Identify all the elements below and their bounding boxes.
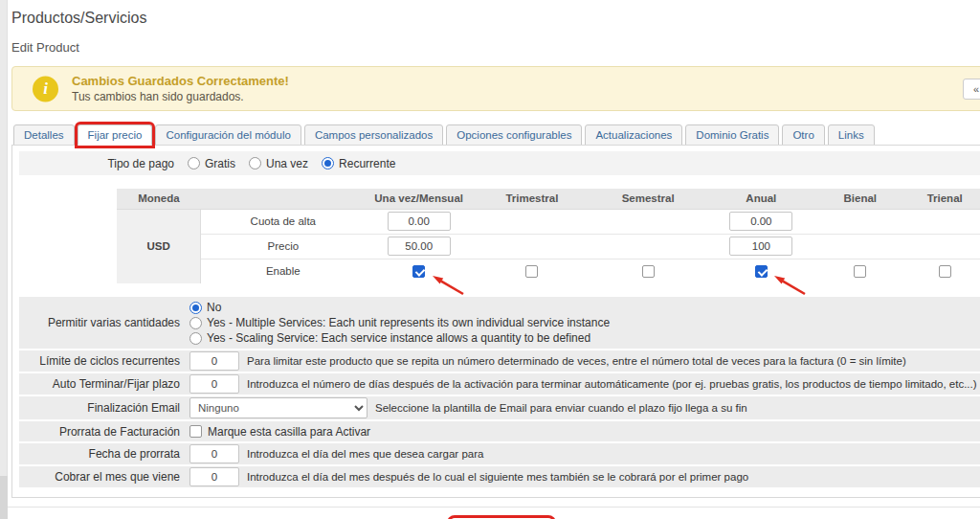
enable-checkbox-trienal[interactable]: [939, 265, 951, 278]
table-row-setup-fee: USD Cuota de alta: [117, 209, 980, 234]
row-label-precio: Precio: [201, 234, 365, 259]
empty-cell: [473, 209, 591, 234]
price-monthly-input[interactable]: [388, 237, 451, 256]
tab-dominio-gratis[interactable]: Dominio Gratis: [685, 124, 779, 146]
prorata-date-description: Introduzca el día del mes que desea carg…: [247, 448, 483, 460]
auto-terminate-row: Auto Terminar/Fijar plazo Introduzca el …: [19, 373, 980, 395]
enable-checkbox-semestral[interactable]: [642, 265, 655, 278]
quantity-option-scaling-service[interactable]: Yes - Scaling Service: Each service inst…: [189, 331, 610, 345]
empty-cell: [817, 209, 902, 234]
radio-label: Gratis: [205, 157, 235, 170]
pricing-header-row: Moneda Una vez/Mensual Trimestral Semest…: [117, 189, 980, 209]
termination-email-row: Finalización Email Ninguno Seleccione la…: [19, 396, 980, 419]
enable-checkbox-bienal[interactable]: [854, 265, 866, 278]
enable-checkbox-una-vez-mensual[interactable]: [412, 265, 425, 278]
currency-cell: USD: [117, 209, 201, 283]
tab-campos-personalizados[interactable]: Campos personalizados: [304, 124, 443, 146]
empty-cell: [902, 234, 980, 259]
page-left-gutter-bottom: [0, 476, 8, 519]
tab-configuracion-del-modulo[interactable]: Configuración del módulo: [155, 124, 301, 146]
setup-fee-annual-input[interactable]: [729, 212, 792, 231]
quantity-label: Permitir varias cantidades: [19, 316, 189, 329]
recurring-limit-input[interactable]: [189, 351, 239, 371]
radio-icon: [249, 157, 261, 169]
column-header-trienal: Trienal: [902, 189, 980, 209]
radio-label: Yes - Scaling Service: Each service inst…: [207, 331, 590, 345]
prorata-billing-row: Prorrata de Facturación Marque esta casi…: [19, 421, 980, 441]
prorata-billing-checkbox-label: Marque esta casilla para Activar: [208, 425, 370, 439]
empty-cell: [591, 209, 705, 234]
tab-otro[interactable]: Otro: [782, 124, 824, 146]
back-button[interactable]: « R: [963, 79, 980, 100]
payment-type-row: Tipo de pago Gratis Una vez Recurrente: [19, 151, 980, 175]
info-icon: i: [33, 76, 58, 102]
empty-cell: [473, 234, 591, 259]
radio-label: Recurrente: [339, 157, 395, 170]
termination-email-select[interactable]: Ninguno: [189, 397, 368, 418]
tab-fijar-precio[interactable]: Fijar precio: [78, 124, 153, 146]
prorata-date-label: Fecha de prorrata: [19, 447, 189, 461]
tab-detalles[interactable]: Detalles: [13, 124, 75, 146]
auto-terminate-label: Auto Terminar/Fijar plazo: [19, 377, 189, 391]
page-subtitle: Edit Product: [11, 40, 980, 55]
radio-label: Una vez: [266, 157, 308, 170]
table-row-price: Precio: [117, 234, 980, 259]
table-row-enable: Enable: [117, 259, 980, 283]
tab-opciones-configurables[interactable]: Opciones configurables: [446, 124, 582, 146]
column-header-bienal: Bienal: [817, 189, 902, 209]
termination-email-label: Finalización Email: [19, 401, 189, 415]
alert-message: Tus cambios han sido guardados.: [72, 90, 980, 103]
success-alert: i Cambios Guardados Correctamente! Tus c…: [11, 66, 980, 111]
payment-type-option-una-vez[interactable]: Una vez: [249, 157, 308, 170]
pricing-tab-panel: Tipo de pago Gratis Una vez Recurrente: [11, 145, 980, 498]
recurring-limit-row: Límite de ciclos recurrentes Para limita…: [19, 350, 980, 372]
prorata-date-input[interactable]: [189, 444, 239, 463]
enable-checkbox-trimestral[interactable]: [525, 265, 538, 278]
payment-type-label: Tipo de pago: [19, 157, 174, 170]
setup-fee-monthly-input[interactable]: [388, 212, 451, 231]
termination-email-description: Seleccione la plantilla de Email para en…: [375, 402, 747, 414]
enable-checkbox-anual[interactable]: [755, 265, 768, 278]
radio-icon: [188, 157, 200, 169]
empty-cell: [902, 209, 980, 234]
payment-type-option-recurrente[interactable]: Recurrente: [322, 157, 395, 170]
auto-terminate-input[interactable]: [189, 374, 239, 394]
recurring-limit-label: Límite de ciclos recurrentes: [19, 354, 189, 368]
column-header-trimestral: Trimestral: [473, 189, 591, 209]
radio-selected-icon: [322, 157, 334, 169]
quantity-option-multiple-services[interactable]: Yes - Multiple Services: Each unit repre…: [189, 316, 610, 329]
column-header-blank: [201, 189, 365, 209]
tab-links[interactable]: Links: [828, 124, 875, 146]
auto-terminate-description: Introduzca el número de días después de …: [247, 378, 977, 390]
form-actions: Save Changes Cancelar cambios: [73, 508, 980, 519]
recurring-limit-description: Para limitar este producto que se repita…: [247, 355, 906, 367]
radio-icon: [189, 317, 202, 329]
pricing-options-form: Permitir varias cantidades No Yes - Mult…: [19, 297, 980, 487]
prorata-billing-toggle[interactable]: Marque esta casilla para Activar: [189, 425, 370, 439]
main-content: Productos/Servicios Edit Product i Cambi…: [11, 0, 980, 519]
row-label-enable: Enable: [201, 259, 365, 283]
prorata-date-row: Fecha de prorrata Introduzca el día del …: [19, 443, 980, 464]
annotation-arrow: [427, 273, 465, 296]
tab-actualizaciones[interactable]: Actualizaciones: [585, 124, 682, 146]
annotation-arrow: [768, 273, 807, 296]
column-header-semestral: Semestral: [591, 189, 705, 209]
radio-label: No: [207, 301, 221, 314]
radio-label: Yes - Multiple Services: Each unit repre…: [207, 316, 610, 329]
column-header-moneda: Moneda: [117, 189, 201, 209]
price-annual-input[interactable]: [729, 237, 792, 256]
tab-bar: Detalles Fijar precio Configuración del …: [11, 124, 980, 145]
page-title: Productos/Servicios: [11, 10, 980, 27]
page-left-gutter: [0, 0, 8, 476]
charge-next-month-input[interactable]: [189, 467, 239, 486]
quantity-row: Permitir varias cantidades No Yes - Mult…: [19, 297, 980, 349]
payment-type-option-gratis[interactable]: Gratis: [188, 157, 235, 170]
charge-next-month-row: Cobrar el mes que viene Introduzca el dí…: [19, 466, 980, 487]
column-header-una-vez-mensual: Una vez/Mensual: [365, 189, 473, 209]
empty-cell: [591, 234, 705, 259]
quantity-option-no[interactable]: No: [189, 301, 610, 314]
radio-icon: [189, 332, 202, 345]
checkbox-icon: [189, 425, 202, 438]
prorata-billing-label: Prorrata de Facturación: [19, 425, 189, 439]
column-header-anual: Anual: [705, 189, 817, 209]
